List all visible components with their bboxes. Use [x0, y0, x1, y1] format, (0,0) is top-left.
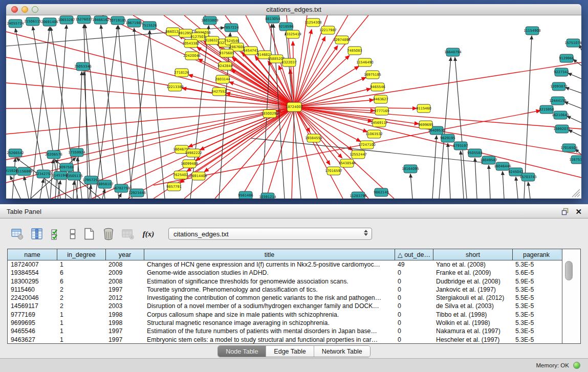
table-options-icon[interactable] — [11, 227, 24, 240]
graph-node[interactable]: 22420046 — [183, 52, 201, 60]
cell-year[interactable]: 1997 — [105, 336, 144, 344]
graph-node[interactable]: 15438544 — [338, 159, 356, 167]
cell-out_degree[interactable]: 0 — [395, 336, 433, 344]
graph-node[interactable]: 15992071 — [553, 125, 571, 133]
graph-node[interactable]: 10653287 — [58, 16, 75, 24]
graph-node[interactable]: 12342757 — [35, 170, 52, 178]
graph-node[interactable]: 12444159 — [549, 97, 567, 105]
graph-node[interactable]: 10391214 — [259, 193, 276, 199]
graph-node-hub[interactable]: 18724007 — [286, 102, 303, 112]
graph-node[interactable]: 16648794 — [444, 48, 462, 56]
table-row[interactable]: 977716911998Corpus callosum shape and si… — [8, 311, 562, 319]
graph-node[interactable]: 9777169 — [374, 107, 389, 115]
citation-edge[interactable] — [95, 26, 118, 199]
cell-in_degree[interactable]: 1 — [57, 327, 105, 335]
network-canvas[interactable]: 2405572421506115206914061065328715276027… — [6, 15, 581, 199]
cell-in_degree[interactable]: 6 — [57, 269, 105, 277]
graph-node[interactable]: 7485083 — [347, 47, 362, 55]
resize-grip-icon[interactable] — [572, 189, 580, 197]
graph-node[interactable]: 12552447 — [350, 150, 367, 159]
graph-node[interactable]: 11283796 — [350, 192, 367, 199]
graph-node[interactable]: 13505135 — [66, 172, 83, 180]
cell-short[interactable]: Nakamura et al. (1997) — [433, 327, 512, 335]
graph-node[interactable]: 9561486 — [238, 191, 253, 199]
graph-node[interactable]: 8813054 — [265, 15, 280, 23]
table-select-dropdown[interactable]: citations_edges.txt — [168, 228, 372, 240]
graph-node[interactable]: 16958107 — [96, 180, 114, 188]
graph-node[interactable]: 9097588 — [59, 163, 74, 171]
graph-node[interactable]: 9629195 — [440, 134, 455, 142]
citation-edge[interactable] — [516, 177, 518, 199]
graph-node[interactable]: 9227342 — [554, 68, 569, 76]
cell-short[interactable]: Hescheler et al. (1997) — [433, 336, 512, 344]
graph-node[interactable]: 12974893 — [333, 36, 351, 44]
cell-year[interactable]: 2009 — [105, 269, 144, 277]
cell-in_degree[interactable]: 1 — [57, 311, 105, 319]
graph-node[interactable]: 12213389 — [166, 83, 184, 91]
cell-name[interactable]: 18300295 — [8, 277, 57, 286]
close-panel-icon[interactable]: ✕ — [575, 208, 582, 215]
citation-edge[interactable] — [12, 158, 15, 199]
cell-year[interactable]: 1998 — [105, 319, 144, 327]
column-header-in_degree[interactable]: in_degree — [57, 249, 105, 260]
cell-out_degree[interactable]: 0 — [395, 327, 433, 335]
cell-pagerank[interactable]: 5.3E-5 — [512, 336, 560, 344]
graph-node[interactable]: 9465546 — [370, 83, 385, 91]
graph-node[interactable]: 9862140 — [374, 188, 388, 196]
citation-edge[interactable] — [101, 25, 119, 199]
column-header-out_degree[interactable]: △ out_de… — [395, 249, 433, 260]
graph-node[interactable]: 15703743 — [519, 173, 537, 181]
cell-year[interactable]: 2003 — [105, 302, 144, 310]
graph-node[interactable]: 8427552 — [211, 87, 226, 96]
graph-node[interactable]: 11156869 — [15, 167, 33, 176]
cell-pagerank[interactable]: 5.3E-5 — [512, 260, 560, 269]
cell-year[interactable]: 1997 — [105, 327, 144, 335]
graph-node[interactable]: 16033809 — [201, 16, 219, 25]
citation-edge[interactable] — [568, 73, 581, 79]
function-builder-icon[interactable]: f(x) — [141, 227, 156, 240]
citation-edge[interactable] — [294, 66, 359, 107]
graph-node[interactable]: 18164095 — [402, 165, 419, 173]
table-row[interactable]: 946362711997Embryonic stem cells: a mode… — [8, 336, 562, 344]
graph-node[interactable]: 9505584 — [467, 149, 482, 157]
graph-node[interactable]: 7515526 — [142, 21, 157, 30]
citation-edge[interactable] — [219, 33, 230, 199]
cell-out_degree[interactable]: 0 — [395, 319, 433, 327]
cell-short[interactable]: Stergiakouli et al. (2012) — [433, 294, 512, 302]
graph-node[interactable]: 11254308 — [304, 18, 322, 27]
citation-edge[interactable] — [528, 182, 530, 199]
cell-title[interactable]: Disruption of a novel member of a sodium… — [144, 302, 395, 310]
cell-in_degree[interactable]: 2 — [57, 294, 105, 302]
cell-pagerank[interactable]: 5.6E-5 — [512, 269, 560, 277]
citation-edge[interactable] — [6, 32, 294, 107]
cell-out_degree[interactable]: 49 — [395, 260, 433, 269]
citation-edge[interactable] — [565, 87, 581, 93]
cell-name[interactable]: 9777169 — [8, 311, 57, 319]
cell-in_degree[interactable]: 2 — [57, 302, 105, 310]
column-header-name[interactable]: name — [8, 249, 57, 260]
graph-node[interactable]: 9463627 — [373, 95, 388, 103]
clear-selection-icon[interactable] — [69, 227, 76, 240]
graph-node[interactable]: 14982222 — [185, 149, 202, 157]
cell-short[interactable]: Jankovic et al. (1997) — [433, 286, 512, 294]
graph-node[interactable]: 7857224 — [224, 24, 238, 32]
graph-node[interactable]: 20691406 — [41, 18, 58, 26]
cell-short[interactable]: de Silva et al. (2003) — [433, 302, 512, 310]
graph-node[interactable]: 12923448 — [128, 189, 146, 197]
citation-edge[interactable] — [475, 158, 477, 199]
cell-title[interactable]: Tourette syndrome. Phenomenology and cla… — [144, 286, 395, 294]
graph-node[interactable]: 16914408 — [190, 172, 207, 180]
graph-node[interactable]: 7625402 — [173, 171, 188, 179]
graph-node[interactable]: 17016597 — [325, 167, 342, 175]
citation-edge[interactable] — [266, 107, 294, 199]
cell-title[interactable]: Estimation of significance thresholds fo… — [144, 277, 395, 286]
tab-node-table[interactable]: Node Table — [218, 346, 266, 357]
graph-node[interactable]: 13325419 — [284, 30, 301, 38]
citation-edge[interactable] — [24, 177, 29, 199]
cell-name[interactable]: 14569117 — [8, 302, 57, 310]
cell-pagerank[interactable]: 5.5E-5 — [512, 294, 560, 302]
graph-node[interactable]: 15276027 — [75, 15, 93, 24]
cell-name[interactable]: 18724007 — [8, 260, 57, 269]
new-table-icon[interactable] — [82, 227, 96, 240]
graph-node[interactable]: 2803144 — [215, 75, 230, 83]
